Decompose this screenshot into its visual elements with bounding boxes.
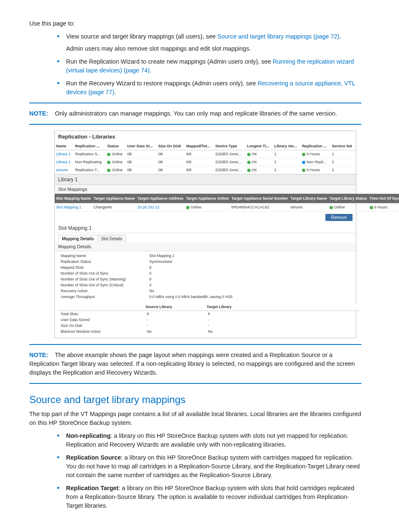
table-row: simonsReplication T...Online0B0B8/8D2DBS…: [55, 166, 356, 174]
cell: 1: [273, 150, 301, 158]
text: View source and target library mappings …: [66, 33, 217, 40]
detail-row: Recovery ActiveNo: [58, 288, 359, 294]
cell: 1: [273, 166, 301, 174]
list-item: Run the Recovery Wizard to restore mappi…: [54, 79, 361, 97]
status-icon: [330, 206, 333, 209]
slot-mapping-table: Slot Mapping NameTarget Appliance NameTa…: [55, 194, 399, 211]
note-label: NOTE:: [29, 352, 48, 358]
cell-name: Library 1: [55, 150, 74, 158]
detail-value: 0: [147, 276, 359, 282]
detail-label: Mapped Slots: [58, 265, 147, 270]
target-value: -: [205, 323, 359, 329]
col-header: Size On Disk: [157, 142, 185, 150]
cell: 0B: [126, 150, 157, 158]
cell: 1: [273, 158, 301, 166]
list-item: View source and target library mappings …: [54, 32, 361, 53]
cell: ChangeMe: [92, 203, 136, 211]
cell-name: Library 1: [55, 158, 74, 166]
cell: Online: [185, 203, 230, 211]
detail-label: Number of Slots Out of Sync (Warning): [58, 276, 147, 282]
cell: 0B: [126, 166, 157, 174]
detail-label: Number of Slots Out of Sync (Critical): [58, 282, 147, 288]
term: Non-replicating: [66, 432, 110, 439]
col-header: Target Library Name: [289, 194, 328, 203]
cell: hPD48564CCACAC62: [230, 203, 289, 211]
term: Replication Target: [66, 485, 118, 491]
tab-slot-details[interactable]: Slot Details: [97, 235, 126, 242]
status-icon: [302, 161, 305, 164]
cell: 0/8: [185, 158, 214, 166]
list-item: Non-replicating: a library on this HP St…: [54, 432, 361, 449]
text: .: [114, 89, 116, 95]
source-value: No: [144, 329, 205, 334]
detail-value: 8: [147, 265, 359, 270]
cell: Online: [106, 150, 126, 158]
detail-row: Number of Slots Out of Sync (Warning)0: [58, 276, 359, 282]
source-value: 8: [144, 311, 205, 317]
slot-mapping-1-heading: Slot Mapping 1: [55, 224, 356, 233]
col-header: Longest Ti...: [246, 142, 273, 150]
tab-mapping-details[interactable]: Mapping Details: [58, 235, 98, 242]
status-icon: [107, 153, 110, 156]
cell: 8/8: [185, 150, 214, 158]
cell: 0B: [157, 150, 185, 158]
text: Run the Replication Wizard to create new…: [66, 58, 273, 65]
row-label: User Data Stored: [58, 317, 144, 323]
cell: Replication T...: [74, 166, 106, 174]
detail-value: Synchronised: [147, 259, 359, 265]
detail-row: Replication StatusSynchronised: [58, 259, 359, 265]
list-item: Replication Source: a library on this HP…: [54, 453, 361, 480]
figure-title: Replication - Libraries: [55, 131, 356, 142]
text: Run the Recovery Wizard to restore mappi…: [66, 80, 258, 87]
divider: [29, 124, 361, 125]
col-header: Target Library Status: [328, 194, 368, 203]
detail-label: Number of Slots Out of Sync: [58, 270, 147, 276]
detail-row: Number of Slots Out of Sync (Critical)0: [58, 282, 359, 288]
detail-row: Number of Slots Out of Sync0: [58, 270, 359, 276]
table-row: Slot Mapping 1ChangeMe10.26.101.12Online…: [55, 203, 399, 211]
cell: 0 Hours: [368, 203, 399, 211]
detail-label: Recovery Active: [58, 288, 147, 294]
status-icon: [302, 169, 305, 172]
list-item: Run the Replication Wizard to create new…: [54, 57, 361, 75]
remove-button[interactable]: Remove: [325, 214, 353, 221]
cell: Slot Mapping 1: [55, 203, 92, 211]
col-header: Time Out Of Sync: [368, 194, 399, 203]
cell: OK: [246, 150, 273, 158]
status-icon: [247, 169, 251, 172]
col-header: Replication ...: [74, 142, 106, 150]
col-header: Device Type: [214, 142, 246, 150]
detail-row: Mapping NameSlot Mapping 1: [58, 253, 359, 259]
intro-list: View source and target library mappings …: [54, 32, 361, 97]
cell: Non Replicating: [74, 158, 106, 166]
cell: 10.26.101.12: [136, 203, 185, 211]
source-value: -: [144, 317, 205, 323]
divider: [29, 383, 361, 384]
text: .: [150, 67, 151, 74]
status-icon: [107, 161, 110, 164]
section-heading: Source and target library mappings: [29, 394, 361, 406]
cell: D2DBS Gene...: [214, 166, 246, 174]
section-intro: The top part of the VT Mappings page con…: [29, 410, 361, 427]
cell: 8/8: [185, 166, 214, 174]
detail-label: Average Throughput: [58, 294, 147, 300]
col-header: Target Appliance Serial Number: [230, 194, 289, 203]
comparison-row: User Data Stored--: [58, 317, 359, 323]
detail-row: Average Throughput0.0 MB/s using 0.0 Mb/…: [58, 294, 359, 300]
cell: 0B: [157, 166, 185, 174]
detail-value: 0: [147, 270, 359, 276]
comparison-row: Blackout Window ActiveNoNo: [58, 329, 359, 334]
col-header: User Data St...: [126, 142, 157, 150]
col-header: Status: [106, 142, 126, 150]
row-label: Blackout Window Active: [58, 329, 144, 334]
library-table: Name Replication ... Status User Data St…: [55, 142, 356, 174]
comparison-table: Source Library Target Library Total Slot…: [58, 303, 359, 334]
cell: 0B: [126, 158, 157, 166]
status-icon: [302, 153, 305, 156]
note-text: Only administrators can manage mappings.…: [55, 110, 337, 117]
cell: OK: [246, 166, 273, 174]
row-label: Total Slots: [58, 311, 144, 317]
row-label: Size On Disk: [58, 323, 144, 329]
xref-link[interactable]: Source and target library mappings (page…: [217, 33, 340, 40]
col-header: Replication ...: [301, 142, 330, 150]
